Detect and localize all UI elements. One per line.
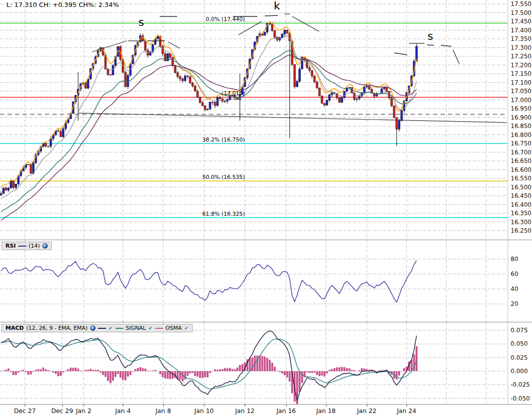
osma-bar (42, 368, 44, 371)
price-axis-label: 17.350 (511, 35, 532, 42)
osma-bar (204, 371, 206, 377)
candle-body (124, 72, 126, 87)
osma-bar (259, 356, 261, 372)
legend-checkbox[interactable]: ✔ (184, 326, 188, 331)
osma-bar (55, 371, 57, 374)
macd-panel[interactable]: MACD (12, 26, 9 - EMA, EMA) ✔SIGNAL✔OSMA… (0, 322, 508, 404)
price-axis-label: 17.100 (511, 79, 532, 86)
panel-separator (0, 322, 532, 322)
candle-body (57, 131, 59, 132)
candle-body (50, 139, 52, 146)
time-axis-label: Jan 4 (107, 407, 139, 415)
osma-bar (192, 371, 194, 373)
legend-line-sample (155, 328, 163, 329)
candle-body (274, 30, 276, 37)
time-axis-label: Jan 10 (188, 407, 220, 415)
osma-bar (398, 371, 400, 376)
candle-body (366, 86, 368, 87)
osma-bar (60, 371, 62, 376)
osma-bar (279, 371, 281, 372)
rsi-canvas[interactable] (0, 240, 508, 322)
legend-label: SIGNAL (126, 325, 146, 331)
osma-bar (164, 371, 166, 379)
rsi-legend-chip[interactable]: RSI (14) (1, 242, 52, 250)
osma-bar (167, 371, 169, 379)
macd-axis-label: -0.025 (511, 381, 530, 388)
osma-bar (416, 346, 418, 371)
osma-bar (301, 371, 303, 383)
candle-body (216, 98, 218, 106)
osma-bar (157, 371, 159, 372)
candle-body (194, 86, 196, 92)
osma-bar (172, 371, 174, 379)
pattern-segment[interactable] (427, 45, 434, 45)
candle-body (314, 76, 316, 82)
legend-line-sample (98, 328, 106, 329)
rsi-globe-icon[interactable] (42, 243, 48, 249)
candle-body (174, 66, 176, 73)
osma-bar (266, 358, 268, 372)
candle-body (331, 93, 333, 95)
price-chart-panel[interactable]: L: 17.310 CH: +0.395 CH%: 2.34% 0.0% (17… (0, 0, 508, 240)
rsi-param: (14) (29, 243, 40, 249)
pattern-segment[interactable] (453, 50, 459, 64)
macd-axis-label: 0.075 (511, 327, 528, 334)
candle-body (157, 36, 159, 39)
osma-bar (269, 360, 271, 371)
price-axis-label: 17.200 (511, 62, 532, 69)
osma-bar (376, 371, 378, 372)
pattern-segment[interactable] (92, 41, 127, 52)
osma-bar (306, 371, 308, 372)
candle-body (363, 87, 365, 93)
osma-bar (336, 367, 338, 371)
time-axis-label: Jan 24 (391, 407, 423, 415)
rsi-panel[interactable]: RSI (14) (0, 240, 508, 322)
candle-body (341, 98, 343, 103)
osma-bar (119, 371, 121, 378)
price-axis-label: 17.300 (511, 44, 532, 51)
osma-bar (314, 371, 316, 373)
osma-bar (284, 371, 286, 375)
osma-bar (289, 371, 291, 382)
osma-bar (328, 370, 330, 371)
candle-body (144, 41, 146, 50)
price-axis-label: 17.000 (511, 97, 532, 104)
candle-body (309, 68, 311, 71)
osma-bar (27, 371, 29, 375)
macd-legend-chip[interactable]: MACD (12, 26, 9 - EMA, EMA) ✔SIGNAL✔OSMA… (1, 324, 193, 332)
macd-canvas[interactable] (0, 322, 508, 404)
osma-bar (80, 371, 82, 371)
osma-bar (57, 371, 59, 376)
signal-line (1, 339, 417, 389)
candle-body (204, 106, 206, 110)
osma-bar (182, 371, 184, 381)
osma-bar (226, 368, 228, 371)
pattern-segment[interactable] (292, 16, 319, 31)
time-axis[interactable]: Dec 27Dec 29Jan 2Jan 4Jan 8Jan 10Jan 12J… (0, 405, 508, 417)
osma-bar (202, 371, 204, 378)
time-tick (204, 405, 205, 407)
macd-globe-icon[interactable] (90, 325, 96, 331)
legend-checkbox[interactable]: ✔ (148, 326, 152, 331)
rsi-axis-label: 20 (511, 300, 518, 307)
legend-label: OSMA (166, 325, 182, 331)
osma-bar (212, 371, 213, 372)
time-axis-label: Jan 12 (229, 407, 261, 415)
candle-body (85, 83, 87, 89)
price-axis[interactable]: 17.55017.50017.45017.40017.35017.30017.2… (508, 0, 532, 404)
legend-checkbox[interactable]: ✔ (108, 326, 112, 331)
candle-body (281, 34, 283, 38)
osma-bar (241, 364, 243, 371)
time-tick (25, 405, 25, 407)
pattern-segment[interactable] (265, 15, 278, 16)
pattern-segment[interactable] (394, 53, 407, 55)
osma-bar (109, 371, 111, 383)
candle-body (376, 94, 378, 96)
candle-body (391, 98, 393, 106)
osma-bar (403, 368, 405, 371)
price-axis-label: 16.600 (511, 166, 532, 173)
osma-bar (102, 371, 104, 375)
osma-bar (72, 368, 74, 371)
time-tick (84, 405, 84, 407)
osma-bar (132, 371, 134, 372)
